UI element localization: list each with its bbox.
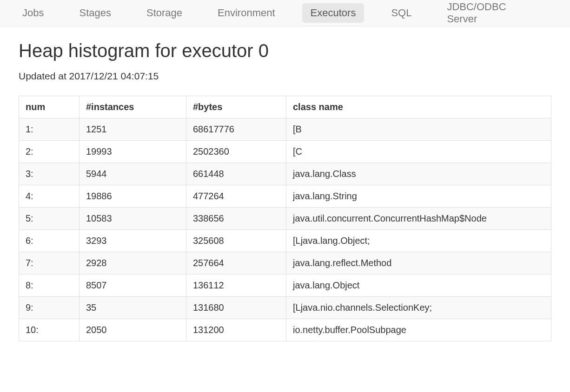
cell-className: [C [286,141,551,163]
cell-bytes: 477264 [186,185,286,208]
updated-timestamp: Updated at 2017/12/21 04:07:15 [19,71,551,82]
cell-instances: 5944 [80,163,186,185]
nav-tab-environment[interactable]: Environment [209,3,284,23]
cell-num: 6: [19,230,80,252]
table-row: 8:8507136112java.lang.Object [19,274,551,297]
cell-instances: 19993 [80,141,186,163]
cell-bytes: 325608 [186,230,286,252]
table-row: 9:35131680[Ljava.nio.channels.SelectionK… [19,297,551,319]
nav-tab-stages[interactable]: Stages [71,3,119,23]
cell-className: [Ljava.nio.channels.SelectionKey; [286,297,551,319]
cell-num: 1: [19,118,80,141]
nav-tab-sql[interactable]: SQL [383,3,420,23]
table-row: 6:3293325608[Ljava.lang.Object; [19,230,551,252]
page-title: Heap histogram for executor 0 [19,40,551,61]
cell-num: 8: [19,274,80,297]
header-bytes[interactable]: #bytes [186,96,286,118]
cell-bytes: 257664 [186,252,286,274]
cell-className: [Ljava.lang.Object; [286,230,551,252]
content-area: Heap histogram for executor 0 Updated at… [0,26,570,351]
table-row: 4:19886477264java.lang.String [19,185,551,208]
cell-className: java.util.concurrent.ConcurrentHashMap$N… [286,208,551,230]
cell-instances: 8507 [80,274,186,297]
main-nav: JobsStagesStorageEnvironmentExecutorsSQL… [0,0,570,26]
cell-num: 10: [19,319,80,341]
cell-className: java.lang.reflect.Method [286,252,551,274]
cell-num: 7: [19,252,80,274]
cell-className: java.lang.String [286,185,551,208]
cell-className: [B [286,118,551,141]
nav-tab-storage[interactable]: Storage [138,3,191,23]
table-row: 5:10583338656java.util.concurrent.Concur… [19,208,551,230]
cell-className: java.lang.Object [286,274,551,297]
cell-num: 4: [19,185,80,208]
cell-instances: 1251 [80,118,186,141]
header-instances[interactable]: #instances [80,96,186,118]
cell-bytes: 136112 [186,274,286,297]
header-classname[interactable]: class name [286,96,551,118]
cell-bytes: 338656 [186,208,286,230]
cell-bytes: 68617776 [186,118,286,141]
nav-tab-jobs[interactable]: Jobs [14,3,52,23]
cell-instances: 19886 [80,185,186,208]
cell-bytes: 2502360 [186,141,286,163]
table-row: 1:125168617776[B [19,118,551,141]
cell-className: java.lang.Class [286,163,551,185]
nav-tab-executors[interactable]: Executors [302,3,365,23]
cell-num: 9: [19,297,80,319]
table-row: 2:199932502360[C [19,141,551,163]
cell-instances: 35 [80,297,186,319]
table-row: 7:2928257664java.lang.reflect.Method [19,252,551,274]
cell-num: 5: [19,208,80,230]
cell-num: 3: [19,163,80,185]
cell-instances: 10583 [80,208,186,230]
table-row: 3:5944661448java.lang.Class [19,163,551,185]
cell-instances: 3293 [80,230,186,252]
cell-num: 2: [19,141,80,163]
cell-instances: 2928 [80,252,186,274]
cell-instances: 2050 [80,319,186,341]
nav-tab-jdbc-odbc-server[interactable]: JDBC/ODBC Server [438,0,537,29]
cell-bytes: 661448 [186,163,286,185]
header-num[interactable]: num [19,96,80,118]
cell-className: io.netty.buffer.PoolSubpage [286,319,551,341]
table-row: 10:2050131200io.netty.buffer.PoolSubpage [19,319,551,341]
cell-bytes: 131200 [186,319,286,341]
cell-bytes: 131680 [186,297,286,319]
histogram-table: num #instances #bytes class name 1:12516… [19,96,551,341]
